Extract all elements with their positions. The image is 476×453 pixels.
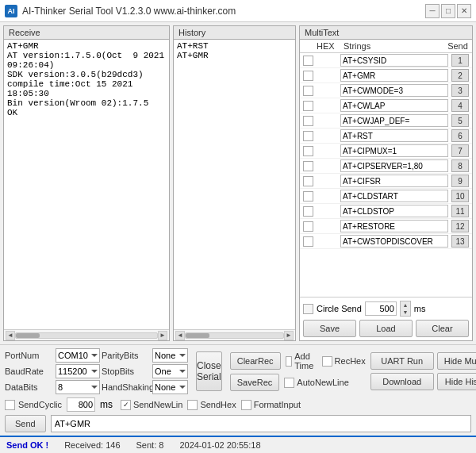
circle-send-checkbox[interactable] (303, 304, 313, 314)
mt-row-input[interactable] (340, 175, 448, 187)
scroll-left-arrow[interactable]: ◄ (6, 331, 15, 340)
close-serial-button[interactable]: Close Serial (196, 351, 222, 391)
autonewline-label[interactable]: AutoNewLine (284, 378, 348, 388)
mt-row-input[interactable] (340, 159, 448, 172)
sendnewline-checkbox[interactable] (121, 400, 131, 410)
databits-row: DataBits 8 (5, 380, 100, 394)
scroll-track[interactable] (15, 332, 158, 339)
hist-scroll-track[interactable] (185, 332, 284, 339)
mt-row-input[interactable] (340, 205, 448, 217)
send-button[interactable]: Send (5, 415, 46, 432)
mt-row-send-button[interactable]: 10 (451, 190, 469, 202)
minimize-button[interactable]: ─ (425, 4, 440, 18)
mt-row-checkbox[interactable] (303, 161, 313, 171)
hist-scroll-right[interactable]: ► (284, 331, 294, 340)
baudrate-select[interactable]: 115200 (56, 364, 100, 378)
clear-rec-button[interactable]: ClearRec (230, 352, 281, 370)
receive-scrollbar-h[interactable]: ◄ ► (4, 329, 169, 340)
mt-row-checkbox[interactable] (303, 176, 313, 186)
send-input[interactable] (51, 415, 471, 432)
mt-row-input[interactable] (340, 99, 448, 112)
sendcyclic-label[interactable]: SendCyclic (5, 400, 62, 410)
mt-row-send-button[interactable]: 8 (451, 159, 469, 172)
uart-run-button[interactable]: UART Run (370, 352, 434, 370)
mt-row: 2 (300, 68, 472, 83)
timestamp: 2024-01-02 20:55:18 (179, 440, 260, 450)
send-ok-status: Send OK ! (6, 440, 48, 450)
mt-row-checkbox[interactable] (303, 71, 313, 81)
mt-row-send-button[interactable]: 4 (451, 99, 469, 112)
mt-row-input[interactable] (340, 190, 448, 202)
mt-row-checkbox[interactable] (303, 191, 313, 202)
mt-row-checkbox[interactable] (303, 206, 313, 217)
mt-strings-header: Strings (344, 41, 443, 51)
mt-row-input[interactable] (340, 144, 448, 157)
mt-row-checkbox[interactable] (303, 131, 313, 141)
hist-scroll-thumb[interactable] (186, 333, 209, 338)
ms-input[interactable] (67, 397, 95, 412)
mt-row-send-button[interactable]: 5 (451, 114, 469, 127)
mt-row-input[interactable] (340, 129, 448, 142)
hist-scroll-left[interactable]: ◄ (175, 331, 185, 340)
mt-row-send-button[interactable]: 13 (451, 235, 469, 248)
sendhex-checkbox[interactable] (187, 400, 198, 410)
mt-row-input[interactable] (340, 69, 448, 82)
load-button[interactable]: Load (359, 320, 413, 337)
stopbits-select[interactable]: One (152, 364, 188, 378)
mt-row-send-button[interactable]: 6 (451, 129, 469, 142)
mt-row-send-button[interactable]: 7 (451, 144, 469, 157)
mt-row-checkbox[interactable] (303, 146, 313, 156)
mt-row-checkbox[interactable] (303, 116, 313, 126)
save-button[interactable]: Save (303, 320, 356, 337)
mt-row-checkbox[interactable] (303, 56, 313, 66)
multitext-header: HEX Strings Send (300, 40, 472, 53)
scroll-right-arrow[interactable]: ► (158, 331, 167, 340)
mt-row-input[interactable] (340, 84, 448, 97)
hide-multitext-button[interactable]: Hide MultiText (437, 352, 476, 370)
clear-button[interactable]: Clear (416, 320, 469, 337)
mt-row-checkbox[interactable] (303, 101, 313, 111)
scroll-thumb[interactable] (16, 333, 40, 338)
mt-row-send-button[interactable]: 12 (451, 220, 469, 232)
add-time-checkbox[interactable] (286, 356, 293, 367)
save-rec-button[interactable]: SaveRec (230, 374, 280, 391)
rechex-label[interactable]: RecHex (322, 356, 366, 367)
download-button[interactable]: Download (370, 373, 434, 390)
spin-down-button[interactable]: ▼ (401, 309, 410, 316)
mt-row-checkbox[interactable] (303, 236, 313, 247)
paritybits-select[interactable]: None (152, 348, 188, 363)
handshaking-select[interactable]: None (152, 380, 188, 394)
formatinput-checkbox[interactable] (241, 400, 251, 410)
mt-row-send-button[interactable]: 2 (451, 69, 469, 82)
mt-row-send-button[interactable]: 3 (451, 84, 469, 97)
mt-row-input[interactable] (340, 54, 448, 67)
sent-status: Sent: 8 (136, 440, 164, 450)
mt-row-input[interactable] (340, 114, 448, 127)
sendhex-label[interactable]: SendHex (187, 400, 236, 410)
history-scrollbar-h[interactable]: ◄ ► (174, 329, 295, 340)
formatinput-label[interactable]: FormatInput (241, 400, 301, 410)
history-content[interactable]: AT+RST AT+GMR (174, 40, 295, 329)
portnum-select[interactable]: COM10 (56, 348, 100, 363)
mt-row-input[interactable] (340, 235, 448, 248)
mt-row-input[interactable] (340, 220, 448, 232)
circle-send-input[interactable]: 500 (365, 301, 397, 316)
receive-content[interactable]: AT+GMR AT version:1.7.5.0(Oct 9 2021 09:… (4, 40, 169, 329)
spin-up-button[interactable]: ▲ (401, 301, 410, 309)
databits-select[interactable]: 8 (56, 380, 100, 394)
mt-row-checkbox[interactable] (303, 221, 313, 232)
mt-row-send-button[interactable]: 11 (451, 205, 469, 217)
autonewline-checkbox[interactable] (284, 378, 294, 388)
multitext-panel-title: MultiText (300, 26, 472, 40)
mt-row-send-button[interactable]: 9 (451, 175, 469, 187)
mt-row-checkbox[interactable] (303, 86, 313, 96)
add-time-label[interactable]: Add Time (286, 351, 317, 370)
hide-history-button[interactable]: Hide History (437, 373, 476, 390)
sendnewline-label[interactable]: SendNewLin (121, 400, 182, 410)
mt-row-send-button[interactable]: 1 (451, 54, 469, 67)
rechex-checkbox[interactable] (322, 356, 332, 367)
received-status: Received: 146 (64, 440, 120, 450)
maximize-button[interactable]: □ (441, 4, 455, 18)
sendcyclic-checkbox[interactable] (5, 400, 15, 410)
close-button[interactable]: ✕ (457, 4, 471, 18)
